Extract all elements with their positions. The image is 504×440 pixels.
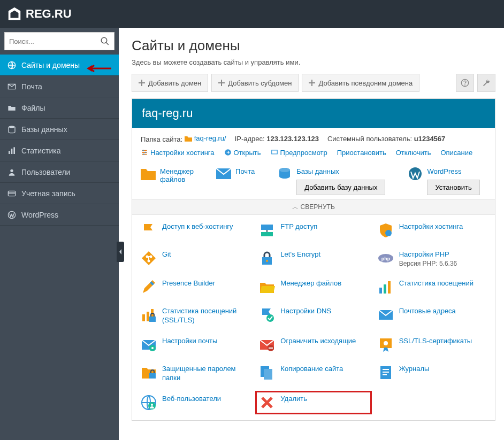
wordpress-link[interactable]: WordPress	[427, 167, 461, 175]
page-subtitle: Здесь вы можете создавать сайты и управл…	[132, 58, 495, 66]
quick-cards: Менеджерфайлов Почта Базы данных Добавит…	[132, 162, 495, 199]
tile-link[interactable]: Почтовые адреса	[399, 307, 456, 315]
tile-barslock[interactable]: Статистика посещений (SSL/TLS)	[141, 307, 249, 325]
suspend-link[interactable]: Приостановить	[337, 149, 386, 157]
database-icon	[7, 125, 16, 134]
add-alias-button[interactable]: Добавить псевдоним домена	[302, 74, 419, 92]
mailgear-icon	[141, 337, 157, 353]
sidebar-collapse-handle[interactable]	[117, 242, 124, 262]
sidebar-item-db[interactable]: Базы данных	[0, 119, 119, 140]
tile-link[interactable]: Доступ к веб-хостингу	[162, 222, 233, 230]
preview-link[interactable]: Предпросмотр	[271, 149, 327, 157]
tile-flag[interactable]: Доступ к веб-хостингу	[141, 222, 249, 238]
tile-lock[interactable]: Let's Encrypt	[259, 250, 368, 268]
add-domain-button[interactable]: Добавить домен	[132, 74, 208, 92]
globe-icon	[7, 61, 16, 70]
install-wp-button[interactable]: Установить	[427, 180, 479, 195]
tile-link[interactable]: Статистика посещений (SSL/TLS)	[162, 307, 236, 324]
tile-link[interactable]: Presence Builder	[162, 279, 215, 287]
search-input[interactable]	[9, 37, 100, 45]
card-icon	[7, 189, 16, 198]
tile-dns[interactable]: Настройки DNS	[259, 307, 368, 325]
tile-cert[interactable]: SSL/TLS-сертификаты	[378, 337, 486, 353]
sidebar-item-users[interactable]: Пользователи	[0, 161, 119, 183]
tile-pencil[interactable]: Presence Builder	[141, 279, 249, 295]
ftp-icon	[259, 222, 275, 238]
domain-header[interactable]: faq-reg.ru	[132, 99, 495, 128]
tile-link[interactable]: FTP доступ	[280, 222, 317, 230]
tile-mailgear[interactable]: Настройки почты	[141, 337, 249, 353]
filemanager-card[interactable]: Менеджерфайлов	[141, 167, 194, 195]
hosting-settings-link[interactable]: Настройки хостинга	[141, 149, 215, 157]
tile-mailblock[interactable]: Ограничить исходящие	[259, 337, 368, 353]
tile-webuser[interactable]: Веб-пользователи	[141, 395, 249, 411]
brand-text: REG.RU	[26, 7, 72, 21]
tile-link[interactable]: Статистика посещений	[399, 279, 474, 287]
sysuser-value: u1234567	[414, 135, 446, 143]
tile-link[interactable]: Менеджер файлов	[280, 279, 341, 287]
search-box[interactable]	[4, 32, 114, 50]
database-link[interactable]: Базы данных	[296, 167, 339, 175]
tile-shield[interactable]: Настройки хостинга	[378, 222, 486, 238]
tile-link[interactable]: Настройки хостинга	[399, 222, 463, 230]
site-folder-link[interactable]: faq-reg.ru/	[185, 134, 226, 142]
brand-logo[interactable]: REG.RU	[6, 6, 72, 22]
tile-link[interactable]: Удалить	[280, 395, 307, 403]
tile-link[interactable]: Журналы	[399, 365, 430, 373]
tile-link[interactable]: SSL/TLS-сертификаты	[399, 337, 472, 345]
plus-icon	[309, 80, 315, 86]
svg-point-7	[10, 169, 13, 172]
tile-log[interactable]: Журналы	[378, 365, 486, 383]
tools-grid: Доступ к веб-хостингу FTP доступ Настрой…	[132, 215, 495, 420]
describe-link[interactable]: Описание	[440, 149, 472, 157]
tile-envelope[interactable]: Почтовые адреса	[378, 307, 486, 325]
tile-link[interactable]: Копирование сайта	[280, 365, 343, 373]
sidebar-item-mail[interactable]: Почта	[0, 76, 119, 97]
add-subdomain-button[interactable]: Добавить субдомен	[211, 74, 299, 92]
collapse-bar[interactable]: ︿ СВЕРНУТЬ	[132, 199, 495, 215]
chevron-up-icon: ︿	[292, 203, 300, 211]
tile-barsup[interactable]: Статистика посещений	[378, 279, 486, 295]
tile-link[interactable]: Ограничить исходящие	[280, 337, 356, 345]
mail-card[interactable]: Почта	[216, 167, 255, 195]
svg-rect-33	[384, 284, 386, 294]
tile-git[interactable]: Git	[141, 250, 249, 268]
folderlock-icon	[141, 365, 157, 381]
tile-link[interactable]: Настройки DNS	[280, 307, 331, 315]
tile-php[interactable]: php Настройки PHPВерсия PHP: 5.6.36	[378, 250, 486, 268]
settings-button[interactable]	[477, 74, 495, 92]
tile-link[interactable]: Настройки почты	[162, 337, 217, 345]
tile-folderopen[interactable]: Менеджер файлов	[259, 279, 368, 295]
sidebar-item-account[interactable]: Учетная запись	[0, 183, 119, 204]
sidebar-item-files[interactable]: Файлы	[0, 97, 119, 119]
help-button[interactable]	[456, 74, 474, 92]
tile-link[interactable]: Защищенные паролем папки	[162, 365, 236, 382]
sysuser-label: Системный пользователь:	[327, 135, 412, 143]
folder-icon	[185, 135, 192, 142]
ip-value: 123.123.123.123	[266, 135, 319, 143]
barslock-icon	[141, 307, 157, 323]
tile-copy[interactable]: Копирование сайта	[259, 365, 368, 383]
svg-point-41	[151, 347, 154, 349]
sidebar-item-wordpress[interactable]: WordPress	[0, 204, 119, 226]
bars-icon	[7, 146, 16, 155]
database-card: Базы данных Добавить базу данных	[277, 167, 385, 195]
php-icon: php	[378, 250, 394, 266]
tile-link[interactable]: Веб-пользователи	[162, 395, 221, 403]
disable-link[interactable]: Отключить	[396, 149, 431, 157]
tile-link[interactable]: Git	[162, 250, 171, 258]
tile-link[interactable]: Let's Encrypt	[280, 250, 320, 258]
sidebar-item-stats[interactable]: Статистика	[0, 140, 119, 161]
sidebar-item-label: Статистика	[21, 146, 61, 155]
cert-icon	[378, 337, 394, 353]
main-content: Сайты и домены Здесь вы можете создавать…	[119, 28, 504, 440]
tile-ftp[interactable]: FTP доступ	[259, 222, 368, 238]
envelope-icon	[378, 307, 394, 323]
tile-folderlock[interactable]: Защищенные паролем папки	[141, 365, 249, 383]
add-database-button[interactable]: Добавить базу данных	[296, 180, 385, 195]
open-link[interactable]: Открыть	[224, 149, 261, 157]
folderopen-icon	[259, 279, 275, 295]
tile-delete[interactable]: Удалить	[255, 391, 371, 414]
flag-icon	[141, 222, 157, 238]
tile-link[interactable]: Настройки PHP	[399, 250, 449, 258]
